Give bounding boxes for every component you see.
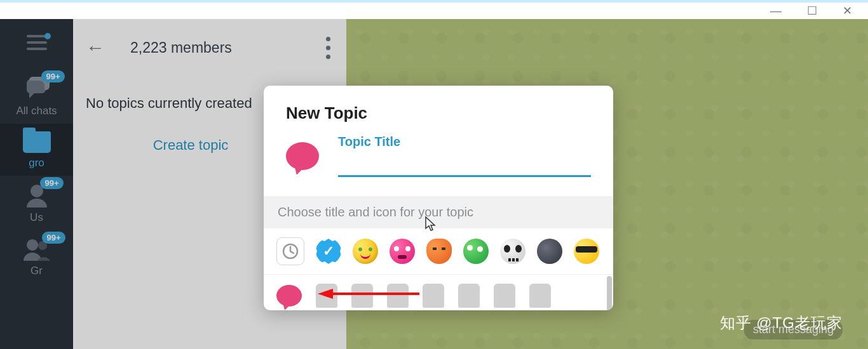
notification-dot-icon [44,33,51,39]
sidebar-item-us[interactable]: 99+ Us [0,176,73,230]
member-count: 2,223 members [130,39,232,56]
sidebar-item-gr[interactable]: 99+ Gr [0,230,73,284]
scrollbar-handle[interactable] [607,276,612,310]
speech-bubble-icon[interactable] [276,285,302,306]
back-arrow-icon[interactable]: ← [86,37,105,58]
sidebar-item-gro[interactable]: gro [0,124,73,176]
menu-icon[interactable] [27,35,47,50]
chat-header: ← 2,223 members [73,19,346,76]
sidebar-item-label: gro [29,157,44,169]
emoji-category-row [264,228,613,275]
more-options-icon[interactable] [326,37,330,59]
sidebar-item-label: All chats [16,105,57,117]
smile-pink-icon[interactable] [390,239,415,264]
blob-green-icon[interactable] [463,239,489,264]
start-messaging-pill[interactable]: start messaging [744,320,843,339]
new-topic-modal: New Topic Topic Title Choose title and i… [264,86,613,310]
sidebar-item-all-chats[interactable]: 99+ All chats [0,69,73,124]
app-body: 99+ All chats gro 99+ Us [0,19,868,349]
maximize-button[interactable]: ☐ [807,4,817,18]
badge: 99+ [41,70,64,82]
moon-icon[interactable] [537,239,562,264]
sidebar-item-label: Gr [31,265,43,277]
minimize-button[interactable]: — [770,4,782,18]
badge: 99+ [40,177,63,189]
folder-icon [23,131,51,153]
placeholder-icon[interactable] [458,284,480,308]
topic-title-input[interactable] [338,149,591,177]
placeholder-icon[interactable] [387,284,409,308]
skull-icon[interactable] [500,239,526,264]
emoji-grid-row [264,275,613,310]
verified-icon[interactable] [316,239,341,264]
choose-hint: Choose title and icon for your topic [264,196,613,228]
placeholder-icon[interactable] [423,284,444,308]
modal-title: New Topic [264,86,613,135]
svg-point-1 [27,239,38,251]
left-sidebar: 99+ All chats gro 99+ Us [0,19,73,349]
close-button[interactable]: ✕ [843,4,852,18]
window-title-bar: — ☐ ✕ [0,0,868,19]
sidebar-item-label: Us [30,211,43,224]
placeholder-icon[interactable] [316,284,337,308]
placeholder-icon[interactable] [529,284,551,308]
placeholder-icon[interactable] [351,284,373,308]
cool-icon[interactable] [574,239,599,264]
topic-icon-preview[interactable] [286,142,319,170]
badge: 99+ [42,232,65,244]
pumpkin-icon[interactable] [426,239,452,264]
placeholder-icon[interactable] [494,284,515,308]
topic-title-label: Topic Title [338,135,591,149]
smile-yellow-icon[interactable] [353,239,378,264]
recent-icon[interactable] [276,237,304,265]
